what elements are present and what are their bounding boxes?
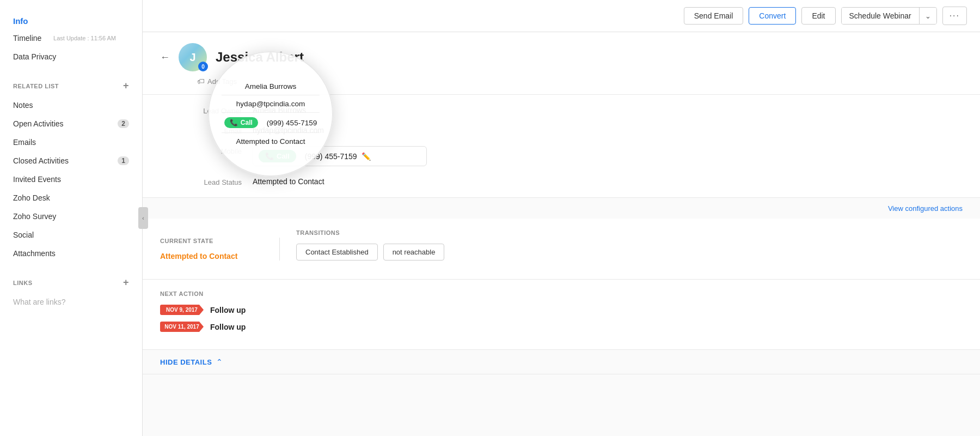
sidebar-item-label-open-activities: Open Activities xyxy=(13,119,64,128)
sidebar-item-closed-activities[interactable]: Closed Activities1 xyxy=(0,152,142,170)
links-header: LINKS + xyxy=(0,268,142,293)
lead-owner-label: Lead Owner xyxy=(176,106,253,115)
hide-details-label: HIDE DETAILS xyxy=(160,358,212,366)
sidebar-item-zoho-desk[interactable]: Zoho Desk xyxy=(0,189,142,207)
action-item-action-2: NOV 11, 2017 Follow up xyxy=(160,322,963,332)
links-add-icon[interactable]: + xyxy=(123,277,129,288)
action-label-action-1: Follow up xyxy=(210,306,246,314)
current-state-value: Attempted to Contact xyxy=(160,252,263,261)
email-label: Email xyxy=(176,126,253,135)
avatar-badge: 0 xyxy=(198,62,208,71)
related-list-add-icon[interactable]: + xyxy=(123,80,129,92)
view-configured-section: View configured actions xyxy=(143,198,980,219)
sidebar-item-attachments[interactable]: Attachments xyxy=(0,244,142,263)
lead-owner-value: Amelia Burrows xyxy=(253,106,503,115)
current-state-header: CURRENT STATE xyxy=(160,238,263,244)
call-button[interactable]: 📞 Call xyxy=(259,150,296,162)
transitions-col: TRANSITIONS Contact Established not reac… xyxy=(280,229,444,268)
mobile-number: (999) 455-7159 xyxy=(305,152,357,161)
sidebar-collapse-handle[interactable]: ‹ xyxy=(138,207,148,229)
sidebar-item-notes[interactable]: Notes xyxy=(0,96,142,114)
action-label-action-2: Follow up xyxy=(210,323,246,331)
mobile-label: Mobile xyxy=(176,146,253,166)
toolbar: Send Email Convert Edit Schedule Webinar… xyxy=(143,0,980,32)
sidebar-item-emails[interactable]: Emails xyxy=(0,133,142,152)
add-tags-label: Add Tags xyxy=(207,77,237,86)
links-hint[interactable]: What are links? xyxy=(0,293,142,311)
sidebar-item-label-zoho-survey: Zoho Survey xyxy=(13,212,56,221)
chevron-up-icon: ⌃ xyxy=(216,358,223,366)
sidebar-item-data-privacy[interactable]: Data Privacy xyxy=(13,47,129,66)
date-tag-action-2: NOV 11, 2017 xyxy=(160,322,204,332)
lead-status-label: Lead Status xyxy=(176,177,253,186)
hide-details-bar[interactable]: HIDE DETAILS ⌃ xyxy=(143,350,980,374)
sidebar-item-zoho-survey[interactable]: Zoho Survey xyxy=(0,207,142,226)
contact-header: ← J 0 Jessica Albert 🏷 Add Tags xyxy=(143,32,980,95)
convert-button[interactable]: Convert xyxy=(749,7,796,25)
lead-status-value: Attempted to Contact xyxy=(253,177,503,186)
main-content: Send Email Convert Edit Schedule Webinar… xyxy=(143,0,980,436)
sidebar-item-label-notes: Notes xyxy=(13,101,33,110)
action-item-action-1: NOV 9, 2017 Follow up xyxy=(160,305,963,315)
phone-icon: 📞 xyxy=(265,152,274,160)
state-row: CURRENT STATE Attempted to Contact TRANS… xyxy=(160,229,963,268)
schedule-webinar-chevron-icon[interactable]: ⌄ xyxy=(920,8,936,24)
related-list-header: RELATED LIST + xyxy=(0,71,142,96)
next-action-header: NEXT ACTION xyxy=(160,290,963,297)
sidebar-item-label-closed-activities: Closed Activities xyxy=(13,156,69,165)
mobile-row: 📞 Call (999) 455-7159 ✏️ xyxy=(253,146,427,166)
sidebar-item-open-activities[interactable]: Open Activities2 xyxy=(0,114,142,133)
sidebar-item-label-attachments: Attachments xyxy=(13,249,56,258)
more-options-button[interactable]: ··· xyxy=(942,7,967,25)
date-tag-action-1: NOV 9, 2017 xyxy=(160,305,204,315)
nav-items-list: NotesOpen Activities2EmailsClosed Activi… xyxy=(0,96,142,263)
sidebar-timeline-update: Last Update : 11:56 AM xyxy=(53,35,116,41)
sidebar-badge-closed-activities: 1 xyxy=(118,156,129,165)
contact-established-button[interactable]: Contact Established xyxy=(296,244,378,261)
mobile-field: 📞 Call (999) 455-7159 ✏️ xyxy=(253,146,503,166)
sidebar-item-social[interactable]: Social xyxy=(0,226,142,244)
contact-name: Jessica Albert xyxy=(216,50,304,65)
avatar-container: J 0 xyxy=(179,43,207,71)
sidebar-item-timeline[interactable]: Timeline Last Update : 11:56 AM xyxy=(13,29,129,47)
schedule-webinar-dropdown: Schedule Webinar ⌄ xyxy=(841,7,937,25)
send-email-button[interactable]: Send Email xyxy=(684,7,744,25)
info-grid: Lead Owner Amelia Burrows Email hydap@tp… xyxy=(176,106,503,186)
sidebar-item-label-social: Social xyxy=(13,231,34,239)
call-label: Call xyxy=(277,152,290,160)
transition-buttons: Contact Established not reachable xyxy=(296,244,444,261)
state-section: CURRENT STATE Attempted to Contact TRANS… xyxy=(143,219,980,280)
sidebar-item-label-invited-events: Invited Events xyxy=(13,175,61,184)
transitions-header: TRANSITIONS xyxy=(296,229,444,236)
schedule-webinar-label: Schedule Webinar xyxy=(842,8,920,24)
edit-mobile-icon[interactable]: ✏️ xyxy=(362,152,371,161)
current-state-col: CURRENT STATE Attempted to Contact xyxy=(160,238,280,261)
sidebar-item-invited-events[interactable]: Invited Events xyxy=(0,170,142,189)
back-button[interactable]: ← xyxy=(160,52,170,63)
next-action-section: NEXT ACTION NOV 9, 2017 Follow up NOV 11… xyxy=(143,280,980,350)
view-configured-link[interactable]: View configured actions xyxy=(888,204,963,213)
sidebar-item-info[interactable]: Info xyxy=(13,11,129,29)
info-section: Lead Owner Amelia Burrows Email hydap@tp… xyxy=(143,95,980,198)
sidebar: Info Timeline Last Update : 11:56 AM Dat… xyxy=(0,0,143,436)
edit-button[interactable]: Edit xyxy=(801,7,835,25)
sidebar-item-label-emails: Emails xyxy=(13,138,36,147)
add-tags-button[interactable]: 🏷 Add Tags xyxy=(197,77,963,86)
action-items: NOV 9, 2017 Follow up NOV 11, 2017 Follo… xyxy=(160,305,963,332)
not-reachable-button[interactable]: not reachable xyxy=(383,244,445,261)
sidebar-item-label-zoho-desk: Zoho Desk xyxy=(13,193,50,202)
email-value: hydap@tpcindia.com xyxy=(253,126,503,135)
sidebar-timeline-label: Timeline xyxy=(13,34,41,43)
sidebar-data-privacy-label: Data Privacy xyxy=(13,52,56,61)
tag-icon: 🏷 xyxy=(197,77,205,86)
sidebar-badge-open-activities: 2 xyxy=(118,119,129,128)
